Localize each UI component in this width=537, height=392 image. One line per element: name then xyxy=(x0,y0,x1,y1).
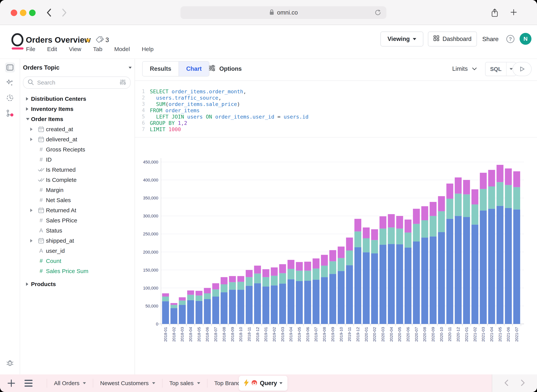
add-tab-icon[interactable] xyxy=(7,379,16,387)
sql-line: 7LIMIT 1000 xyxy=(134,126,309,132)
menu-edit[interactable]: Edit xyxy=(47,46,57,52)
chevron-down-icon xyxy=(413,38,416,40)
bar-segment-blue xyxy=(179,305,186,324)
tree-item-delivered-at[interactable]: delivered_at xyxy=(20,134,134,144)
model-branch-icon[interactable] xyxy=(5,108,15,118)
tree-item-distribution-centers[interactable]: Distribution Centers xyxy=(20,94,134,104)
tree-item-products[interactable]: Products xyxy=(20,279,134,289)
x-axis-tick-label: 2018-06 xyxy=(205,327,209,342)
workbook-tabs: All OrdersNewest CustomersTop salesTop B… xyxy=(44,379,254,387)
bar-segment-teal xyxy=(313,268,319,280)
back-icon[interactable] xyxy=(46,8,52,18)
reload-icon[interactable] xyxy=(374,9,381,17)
x-axis-tick-label: 2018-03 xyxy=(180,327,184,342)
history-clock-icon[interactable] xyxy=(5,93,15,103)
tab-query-active[interactable]: Query xyxy=(239,376,287,391)
tree-item-label: Margin xyxy=(46,187,64,193)
tree-item-id[interactable]: #ID xyxy=(20,154,134,165)
tree-item-created-at[interactable]: created_at xyxy=(20,124,134,134)
tree-item-user-id[interactable]: Auser_id xyxy=(20,246,134,256)
new-tab-icon[interactable] xyxy=(509,8,518,17)
help-icon[interactable]: ? xyxy=(506,35,514,43)
tree-item-status[interactable]: AStatus xyxy=(20,225,134,236)
tree-item-inventory-items[interactable]: Inventory Items xyxy=(20,104,134,114)
menu-view[interactable]: View xyxy=(69,46,81,52)
tree-item-sales-price[interactable]: #Sales PRice xyxy=(20,215,134,225)
menu-file[interactable]: File xyxy=(26,46,35,52)
caret-right-icon[interactable] xyxy=(30,239,33,243)
tree-item-is-returned[interactable]: Is Returned xyxy=(20,165,134,175)
forward-icon[interactable] xyxy=(61,8,67,18)
debug-bug-icon[interactable] xyxy=(5,358,15,368)
sidebar-toggle-icon[interactable] xyxy=(5,63,15,72)
line-number: 6 xyxy=(134,120,150,126)
favorite-star-icon[interactable]: ★ xyxy=(85,36,91,44)
zoom-window-icon[interactable] xyxy=(29,9,36,16)
tree-item-sales-price-sum[interactable]: #Sales Price Sum xyxy=(20,266,134,276)
run-query-button[interactable] xyxy=(513,62,532,76)
tree-item-shipped-at[interactable]: shipped_at xyxy=(20,236,134,246)
bar-segment-teal xyxy=(371,240,378,253)
topic-selector[interactable]: Orders Topic xyxy=(23,64,132,71)
sql-code-text: LIMIT 1000 xyxy=(150,126,181,132)
sql-line: 3 SUM(order_items.sale_price) xyxy=(134,101,309,107)
tab-newest-customers[interactable]: Newest Customers xyxy=(96,380,159,387)
share-button[interactable]: Share xyxy=(482,36,499,43)
tab-list-icon[interactable] xyxy=(24,380,33,387)
tree-item-margin[interactable]: #Margin xyxy=(20,185,134,195)
caret-down-icon[interactable] xyxy=(26,118,29,120)
caret-right-icon[interactable] xyxy=(26,107,28,111)
sql-code-text: GROUP BY 1,2 xyxy=(150,120,187,126)
options-button[interactable]: Options xyxy=(209,63,242,75)
omni-logo[interactable] xyxy=(10,33,26,51)
next-tab-icon[interactable] xyxy=(520,379,525,387)
tree-item-is-complete[interactable]: Is Complete xyxy=(20,175,134,185)
caret-right-icon[interactable] xyxy=(30,138,33,141)
close-window-icon[interactable] xyxy=(11,9,17,16)
caret-right-icon[interactable] xyxy=(26,97,28,101)
ai-sparkles-icon[interactable] xyxy=(5,78,15,88)
tree-item-label: ID xyxy=(46,156,52,163)
tree-item-net-sales[interactable]: #Net Sales xyxy=(20,195,134,205)
menu-help[interactable]: Help xyxy=(142,46,154,52)
bar-segment-blue xyxy=(421,238,428,324)
avatar[interactable]: N xyxy=(520,33,532,45)
x-axis-tick-label: 2019-11 xyxy=(347,327,352,341)
tab-all-orders[interactable]: All Orders xyxy=(50,380,90,387)
caret-right-icon[interactable] xyxy=(30,128,33,131)
limits-button[interactable]: Limits xyxy=(452,63,477,75)
dashboard-button[interactable]: Dashboard xyxy=(428,32,477,47)
sql-editor[interactable]: 1SELECT order_items.order_month,2 users.… xyxy=(134,88,309,132)
y-axis-tick-label: 0 xyxy=(156,322,158,327)
bar-segment-magenta xyxy=(179,297,186,301)
tree-item-returned-at[interactable]: Returned At xyxy=(20,205,134,215)
tree-item-order-items[interactable]: Order Items xyxy=(20,114,134,124)
address-bar[interactable]: omni.co xyxy=(181,6,386,19)
tab-top-sales[interactable]: Top sales xyxy=(165,380,204,387)
minimize-window-icon[interactable] xyxy=(20,9,26,16)
tags-icon[interactable] xyxy=(96,36,104,45)
tree-item-count[interactable]: #Count xyxy=(20,256,134,266)
browser-share-icon[interactable] xyxy=(491,8,499,18)
bar-segment-magenta xyxy=(196,291,203,295)
tree-item-label: Returned At xyxy=(46,207,76,214)
search-box[interactable] xyxy=(23,76,131,89)
caret-right-icon[interactable] xyxy=(26,282,28,286)
tree-item-gross-reciepts[interactable]: #Gross Reciepts xyxy=(20,144,134,154)
chart-svg: 050,000100,000150,000200,000250,000300,0… xyxy=(134,141,537,361)
tab-results[interactable]: Results xyxy=(143,61,179,76)
viewing-mode-button[interactable]: Viewing xyxy=(380,32,423,47)
sql-label[interactable]: SQL xyxy=(485,62,506,76)
menu-model[interactable]: Model xyxy=(114,46,130,52)
menu-tab[interactable]: Tab xyxy=(93,46,102,52)
tab-chart[interactable]: Chart xyxy=(179,61,209,76)
search-input[interactable] xyxy=(37,79,117,86)
bar-segment-blue xyxy=(212,297,219,324)
caret-right-icon[interactable] xyxy=(30,209,33,212)
page-title: Orders Overview xyxy=(26,35,91,45)
filter-sliders-icon[interactable] xyxy=(120,79,126,86)
previous-tab-icon[interactable] xyxy=(504,379,509,387)
viewing-label: Viewing xyxy=(388,36,410,42)
hash-type-icon: # xyxy=(37,197,45,203)
sql-line: 5 LEFT JOIN users ON order_items.user_id… xyxy=(134,114,309,120)
